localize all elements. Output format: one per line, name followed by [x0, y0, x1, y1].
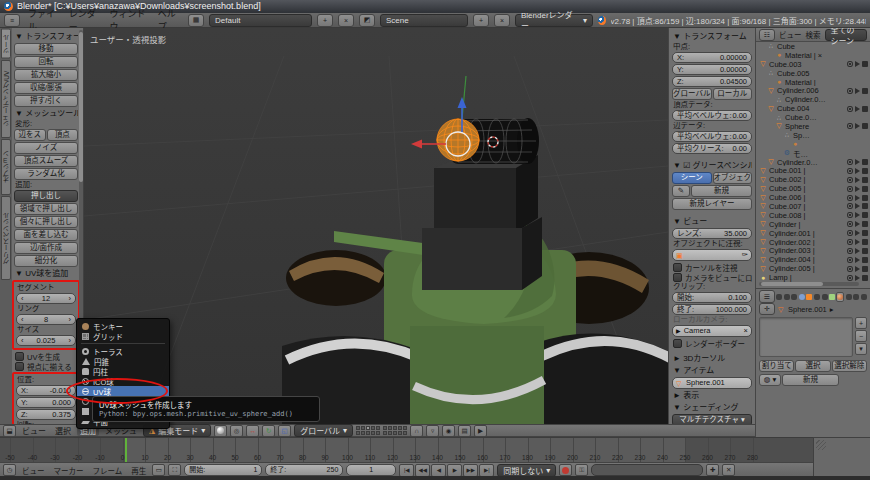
outliner-scrollbar[interactable] [759, 282, 859, 286]
timeline-marker-menu[interactable]: マーカー [51, 465, 87, 476]
menu-item-cylinder[interactable]: 円柱 [77, 366, 169, 376]
layer-toggle[interactable] [398, 431, 402, 435]
renderability-camera-icon[interactable] [862, 88, 868, 94]
tab-grease-pencil[interactable]: グリースペンシル [1, 196, 11, 280]
slot-specials-button[interactable]: ▾ [855, 343, 867, 355]
outliner-row[interactable]: ▽Cube.005 | [756, 184, 870, 193]
menu-item-monkey[interactable]: モンキー [77, 321, 169, 331]
gpencil-new-button[interactable]: 新規 [691, 185, 752, 197]
layer-toggle[interactable] [376, 431, 380, 435]
select-menu[interactable]: 選択 [52, 425, 74, 436]
lock-to-cursor-checkbox[interactable] [673, 263, 682, 272]
gpencil-scene-tab[interactable]: シーン [672, 172, 712, 184]
make-edge-face-button[interactable]: 辺/面作成 [14, 242, 78, 254]
editor-type-properties-icon[interactable]: ☰ [759, 290, 775, 303]
layer-toggle[interactable] [376, 426, 380, 430]
add-layout-button[interactable]: + [317, 14, 333, 27]
material-slot-list[interactable] [759, 317, 853, 357]
render-border-checkbox[interactable] [673, 339, 682, 348]
visibility-eye-icon[interactable] [847, 248, 853, 254]
npanel-transform-header[interactable]: ▼ トランスフォーム [673, 32, 752, 42]
randomize-button[interactable]: ランダム化 [14, 168, 78, 180]
jump-to-start-button[interactable]: |◀ [399, 464, 414, 477]
location-z-field[interactable]: Z:0.375 [16, 409, 76, 420]
scene-select[interactable]: Scene [380, 14, 468, 27]
outliner-row[interactable]: ▽Cylinder.0… [756, 158, 870, 167]
transform-orientation-select[interactable]: グローバル▾ [294, 424, 353, 437]
layer-toggle[interactable] [356, 426, 360, 430]
render-engine-select[interactable]: Blenderレンダー▾ [515, 14, 593, 27]
renderability-camera-icon[interactable] [862, 177, 868, 183]
outliner-row[interactable]: ▽Cube.006 | [756, 193, 870, 202]
outliner-row[interactable]: ▽Cylinder | [756, 220, 870, 229]
outliner-row[interactable]: ▽Cylinder.005 | [756, 264, 870, 273]
rotate-button[interactable]: 回転 [14, 56, 78, 68]
screen-layout-icon[interactable]: ▦ [188, 14, 204, 27]
menu-item-cone[interactable]: 円錐 [77, 356, 169, 366]
add-scene-button[interactable]: + [473, 14, 489, 27]
median-z-field[interactable]: Z:0.04500 [672, 76, 752, 87]
outliner-row[interactable]: ●Material | [756, 78, 870, 87]
selectability-arrow-icon[interactable] [855, 248, 860, 254]
jump-prev-keyframe-button[interactable]: ◀◀ [415, 464, 430, 477]
selectability-arrow-icon[interactable] [855, 159, 860, 165]
insert-keyframe-icon[interactable]: ✚ [706, 464, 719, 476]
outliner-row[interactable]: ▽Sphere [756, 122, 870, 131]
gpencil-pencil-icon[interactable]: ✎ [672, 185, 690, 197]
eyedropper-icon[interactable]: ✑ [742, 250, 748, 260]
size-field[interactable]: ‹0.025› [16, 335, 76, 346]
panel-transform-header[interactable]: ▼ トランスフォーム [15, 32, 78, 42]
outliner-menu-search[interactable]: 検索 [806, 29, 821, 40]
layer-toggle[interactable] [366, 431, 370, 435]
manipulator-rotate-button[interactable]: ↻ [262, 425, 275, 437]
lock-object-field[interactable]: ▣✑ [672, 249, 752, 261]
tab-particles[interactable] [853, 292, 860, 302]
translate-button[interactable]: 移動 [14, 43, 78, 55]
renderability-camera-icon[interactable] [862, 257, 868, 263]
extrude-individual-button[interactable]: 個々に押し出し [14, 216, 78, 228]
visibility-eye-icon[interactable] [847, 212, 853, 218]
renderability-camera-icon[interactable] [862, 61, 868, 67]
tab-texture[interactable] [845, 292, 852, 302]
layer-toggle[interactable] [393, 426, 397, 430]
renderability-camera-icon[interactable] [862, 159, 868, 165]
selectability-arrow-icon[interactable] [855, 123, 860, 129]
panel-operator-header[interactable]: ▼ UV球を追加 [15, 269, 78, 279]
mean-crease-field[interactable]: 平均クリース:0.00 [672, 143, 752, 154]
editor-type-3dview-icon[interactable]: ⬓ [3, 425, 16, 437]
visibility-eye-icon[interactable] [847, 195, 853, 201]
scale-button[interactable]: 拡大縮小 [14, 69, 78, 81]
selectability-arrow-icon[interactable] [855, 106, 860, 112]
visibility-eye-icon[interactable] [847, 159, 853, 165]
rings-field[interactable]: ‹8› [16, 314, 76, 325]
editor-type-info-icon[interactable]: ≡ [4, 14, 20, 27]
selectability-arrow-icon[interactable] [855, 88, 860, 94]
item-panel-header[interactable]: ▼ アイテム [673, 366, 752, 376]
manipulator-scale-button[interactable]: ◱ [278, 425, 291, 437]
vertex-slide-button[interactable]: 頂点 [47, 129, 79, 141]
selectability-arrow-icon[interactable] [855, 212, 860, 218]
selectability-arrow-icon[interactable] [855, 186, 860, 192]
outliner-row[interactable]: ▽Cube.007 | [756, 202, 870, 211]
layer-toggle[interactable] [393, 431, 397, 435]
extrude-region-button[interactable]: 領域で押し出し [14, 203, 78, 215]
remove-slot-button[interactable]: − [855, 330, 867, 342]
extrude-menu[interactable]: 押し出し [14, 190, 78, 202]
scene-icon[interactable]: ◩ [359, 14, 375, 27]
visibility-eye-icon[interactable] [847, 177, 853, 183]
outliner-row[interactable]: ▽Cube.004 [756, 104, 870, 113]
subdivide-button[interactable]: 細分化 [14, 255, 78, 267]
tab-constraints[interactable] [814, 292, 821, 302]
frame-end-field[interactable]: 終了:250 [265, 464, 343, 476]
timeline-view-menu[interactable]: ビュー [19, 465, 48, 476]
tab-data[interactable] [829, 292, 836, 302]
outliner-row[interactable]: ▽Cylinder.003 | [756, 246, 870, 255]
renderability-camera-icon[interactable] [862, 186, 868, 192]
clip-end-field[interactable]: 終了:1000.000 [672, 304, 752, 315]
current-frame-line[interactable] [125, 438, 127, 462]
snap-magnet-icon[interactable]: ∩ [410, 425, 423, 437]
tab-world[interactable] [799, 292, 806, 302]
clip-start-field[interactable]: 開始:0.100 [672, 292, 752, 303]
sync-select[interactable]: 同期しない▾ [497, 464, 556, 477]
visibility-eye-icon[interactable] [847, 123, 853, 129]
